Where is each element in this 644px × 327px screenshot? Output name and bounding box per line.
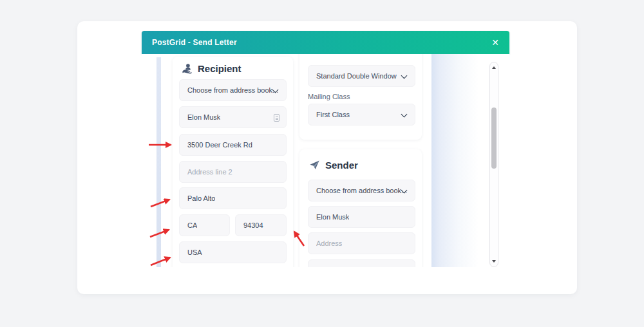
recipient-panel: Recipient Choose from address book... El… [173, 57, 293, 267]
sender-heading: Sender [309, 160, 358, 171]
left-edge-strip [156, 57, 161, 267]
letter-options-panel: Standard Double Window Mailing Class Fir… [299, 54, 422, 140]
recipient-country-input[interactable]: USA [179, 241, 287, 263]
scrollbar-thumb[interactable] [491, 107, 497, 169]
chevron-down-icon [401, 73, 408, 79]
address-book-icon[interactable] [274, 114, 279, 122]
scroll-up-icon[interactable] [492, 66, 496, 69]
modal-header: PostGrid - Send Letter ✕ [142, 31, 509, 54]
scroll-down-icon[interactable] [492, 260, 496, 263]
mailing-class-select[interactable]: First Class [308, 104, 415, 126]
recipient-zip-input[interactable]: 94304 [235, 214, 287, 236]
sender-heading-label: Sender [325, 160, 358, 171]
recipient-address2-input[interactable]: Address line 2 [179, 161, 287, 183]
recipient-state-input[interactable]: CA [179, 214, 230, 236]
sender-panel: Sender Choose from address book... Elon … [299, 149, 422, 267]
sender-address-book-select[interactable]: Choose from address book... [308, 180, 415, 201]
close-icon[interactable]: ✕ [491, 38, 499, 47]
hand-holding-person-icon [182, 63, 193, 74]
sender-address-input[interactable]: Address [308, 232, 415, 254]
recipient-address1-input[interactable]: 3500 Deer Creek Rd [179, 134, 287, 156]
recipient-city-input[interactable]: Palo Alto [179, 187, 287, 209]
sender-name-input[interactable]: Elon Musk [308, 206, 415, 228]
modal-title: PostGrid - Send Letter [152, 38, 237, 47]
mailing-class-label: Mailing Class [308, 93, 350, 100]
paper-plane-icon [309, 160, 320, 171]
modal-body: Recipient Choose from address book... El… [142, 54, 509, 267]
recipient-heading: Recipient [182, 63, 242, 74]
chevron-down-icon [401, 111, 408, 118]
recipient-heading-label: Recipient [198, 63, 242, 74]
sender-address2-input[interactable]: Address line 2 [308, 259, 415, 267]
page: PostGrid - Send Letter ✕ Recipient Choos… [0, 0, 644, 327]
recipient-address-book-select[interactable]: Choose from address book... [179, 79, 287, 101]
envelope-type-select[interactable]: Standard Double Window [308, 65, 415, 87]
recipient-name-input[interactable]: Elon Musk [179, 106, 287, 128]
vertical-scrollbar[interactable] [489, 62, 498, 267]
right-edge-strip [431, 54, 489, 267]
